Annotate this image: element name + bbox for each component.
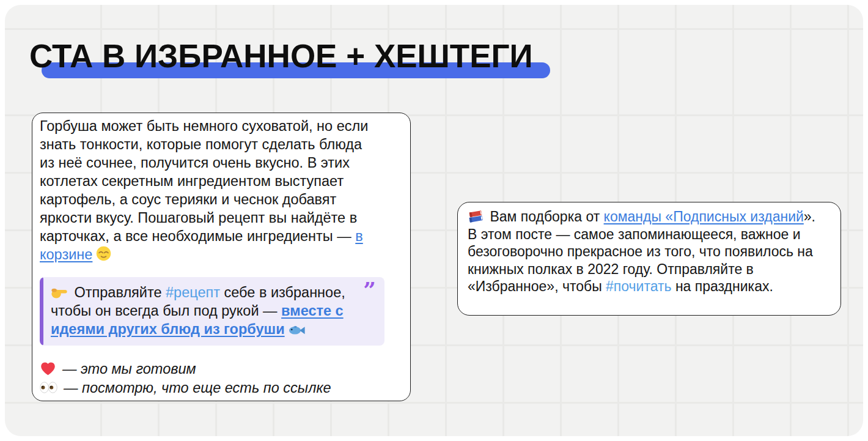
hashtag-recept[interactable]: #рецепт [166, 284, 220, 300]
eyes-emoji [40, 382, 57, 393]
books-text-3: на праздниках. [672, 278, 773, 294]
reaction-row-eyes: — посмотрю, что еще есть по ссылке [40, 378, 410, 397]
books-text-1: Вам подборка от [486, 209, 604, 224]
reaction-eyes-label: — посмотрю, что еще есть по ссылке [64, 379, 331, 397]
reaction-heart-label: — это мы готовим [62, 360, 196, 378]
quote-block: Отправляйте #рецепт себе в избранное, чт… [40, 277, 384, 346]
quote-content: Отправляйте #рецепт себе в избранное, чт… [43, 277, 384, 346]
fish-emoji [289, 324, 306, 336]
quotation-mark: ” [363, 280, 376, 300]
point-right-emoji [51, 286, 68, 299]
recipe-paragraph-text: Горбуша может быть немного суховатой, но… [40, 118, 368, 244]
link-podpisnye-izdaniya[interactable]: команды «Подписных изданий [604, 209, 804, 224]
red-heart-emoji [40, 361, 56, 376]
message-card-books: Вам подборка от команды «Подписных издан… [457, 202, 841, 316]
reactions-legend: — это мы готовим — посмотрю, что еще ест… [40, 359, 410, 397]
books-emoji [468, 209, 484, 223]
page-title: СТА В ИЗБРАННОЕ + ХЕШТЕГИ [29, 39, 533, 73]
hashtag-pochitat[interactable]: #почитать [606, 278, 671, 294]
recipe-paragraph: Горбуша может быть немного суховатой, но… [40, 117, 380, 264]
message-card-recipe: Горбуша может быть немного суховатой, но… [32, 113, 411, 401]
relieved-face-emoji [96, 246, 111, 261]
reaction-row-heart: — это мы готовим [40, 359, 410, 378]
quote-text-1: Отправляйте [70, 284, 166, 300]
